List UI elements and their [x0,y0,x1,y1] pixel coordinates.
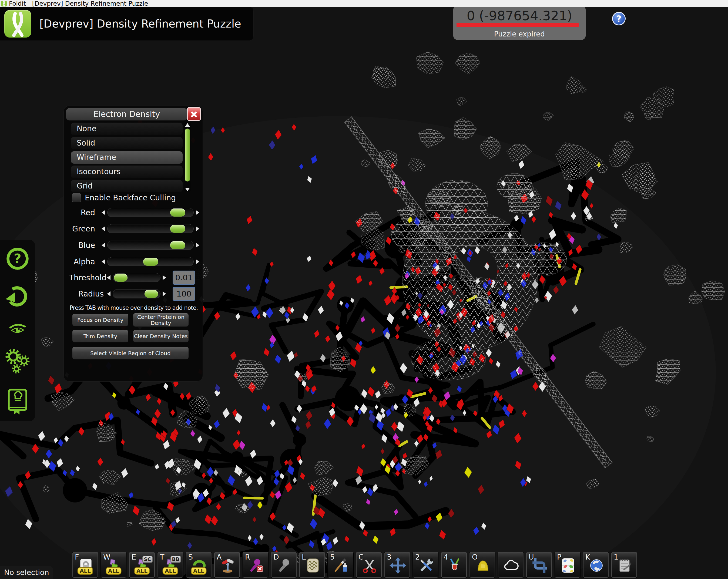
select-visible-region-button[interactable]: Select Visible Region of Cloud [72,347,188,360]
toolbar-button-F[interactable]: FALL [72,552,98,578]
slider-right-arrow-icon[interactable] [163,275,166,280]
threshold-slider-track[interactable] [113,273,160,282]
toolbar-button-E[interactable]: ESCALL [129,552,155,578]
toolbar-button-A[interactable]: A [214,552,240,578]
list-scrollbar[interactable] [184,123,191,192]
alpha-label: Alpha [69,257,95,266]
toolbar-button-cloud[interactable] [498,552,523,578]
notepad-icon [616,557,634,574]
red-label: Red [69,208,95,217]
foldit-app-icon [1,1,7,6]
toolbar-button-W[interactable]: WALL [101,552,126,578]
scroll-down-icon[interactable] [185,188,190,191]
slider-right-arrow-icon[interactable] [163,291,166,296]
scrollbar-thumb[interactable] [185,129,190,182]
toolbar-button-U[interactable]: U [526,552,552,578]
red-slider-track[interactable] [107,208,194,217]
slider-left-arrow-icon[interactable] [102,243,105,248]
toolbar-button-1[interactable]: 1 [611,552,637,578]
blue-slider-track[interactable] [107,241,194,250]
toolbar-button-4[interactable]: 4 [441,552,467,578]
badge-sc: SC [142,556,153,563]
green-label: Green [69,225,95,233]
toolbar-button-P[interactable]: P [554,552,580,578]
trim-density-button[interactable]: Trim Density [72,330,128,342]
toolbar-button-3[interactable]: 3 [384,552,410,578]
list-option-solid[interactable]: Solid [71,137,183,149]
density-note-hint: Press TAB with mouse over density to add… [70,305,197,311]
slider-left-arrow-icon[interactable] [107,275,110,280]
list-option-none[interactable]: None [71,123,183,135]
slider-right-arrow-icon[interactable] [196,210,199,215]
alpha-slider-track[interactable] [107,257,194,266]
alpha-slider-thumb[interactable] [143,258,158,266]
backface-culling-label: Enable Backface Culling [85,193,176,202]
sidebar-item-undo[interactable] [4,283,31,310]
doodle-sheet-icon [304,557,322,574]
slider-left-arrow-icon[interactable] [102,210,105,215]
recipe-book-icon [5,387,30,416]
list-option-grid[interactable]: Grid [71,180,183,192]
threshold-value-input[interactable]: 0.01 [173,271,195,285]
list-option-isocontours[interactable]: Isocontours [71,165,183,178]
slider-left-arrow-icon[interactable] [102,259,105,264]
badge-all: ALL [191,567,207,575]
undo-icon [5,283,30,310]
toolbar-button-K[interactable]: K [583,552,608,578]
focus-on-density-button[interactable]: Focus on Density [72,314,128,326]
palette-map-icon [559,557,577,574]
toolbar-button-O[interactable]: O [469,552,495,578]
green-slider-track[interactable] [107,224,194,233]
crop-icon [531,557,549,574]
blue-slider-thumb[interactable] [170,241,185,249]
sidebar-item-view[interactable] [4,320,31,337]
sidebar-item-recipes[interactable] [4,387,31,416]
list-option-wireframe[interactable]: Wireframe [71,151,183,164]
dialog-title[interactable]: Electron Density [66,108,187,121]
sidebar-menu: ? [0,240,35,421]
toolbar-button-2[interactable]: 2 [413,552,438,578]
clear-density-notes-button[interactable]: Clear Density Notes [133,330,188,342]
radius-value-input[interactable]: 100 [173,287,195,301]
slider-right-arrow-icon[interactable] [196,243,199,248]
badge-all: ALL [77,567,93,575]
threshold-slider-row: Threshold0.01 [69,273,195,283]
puzzle-title: [Devprev] Density Refinement Puzzle [40,18,241,30]
radius-label: Radius [69,290,104,298]
toolbar-button-S[interactable]: SALL [186,552,211,578]
radius-slider-track[interactable] [113,289,160,298]
threshold-label: Threshold [69,273,104,282]
globe-icon [588,557,605,574]
close-icon[interactable] [187,107,201,121]
threshold-slider-thumb[interactable] [114,273,128,282]
toolbar-button-D[interactable]: D [271,552,296,578]
ribbon-icon [4,10,31,37]
toolbar-button-L[interactable]: L [299,552,325,578]
radius-slider-thumb[interactable] [145,290,158,298]
toolbar-button-C[interactable]: C [356,552,382,578]
toolbar-button-5[interactable]: 5 [328,552,353,578]
help-button[interactable]: ? [612,12,626,25]
badge-all: ALL [162,567,178,575]
foldit-window: Foldit - [Devprev] Density Refinement Pu… [0,0,728,579]
blue-slider-row: Blue [69,240,202,250]
badge-bb: BB [171,556,181,563]
center-protein-button[interactable]: Center Protein on Density [133,313,188,327]
scissors-icon [361,557,379,574]
slider-left-arrow-icon[interactable] [107,291,110,296]
red-slider-thumb[interactable] [170,209,185,217]
scroll-up-icon[interactable] [185,123,190,127]
slider-left-arrow-icon[interactable] [102,226,105,231]
red-slider-row: Red [69,208,202,217]
backface-culling-checkbox[interactable] [72,193,81,202]
toolbar-button-T[interactable]: TBBALL [157,552,183,578]
green-slider-thumb[interactable] [170,225,185,233]
toolbar-button-R[interactable]: R [242,552,268,578]
sidebar-item-help[interactable]: ? [4,246,31,272]
backface-culling-row: Enable Backface Culling [72,193,176,203]
slider-right-arrow-icon[interactable] [196,259,199,264]
sidebar-item-actions[interactable] [4,348,31,376]
slider-right-arrow-icon[interactable] [196,226,199,231]
cloud-icon [502,557,520,574]
blue-label: Blue [69,241,95,250]
